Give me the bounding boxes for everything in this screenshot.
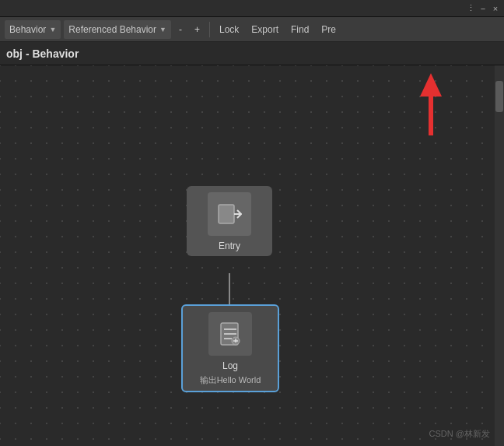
scrollbar-thumb[interactable]: [495, 81, 503, 112]
plus-button[interactable]: +: [190, 20, 205, 39]
arrow-shaft-icon: [429, 97, 433, 135]
behavior-dropdown[interactable]: Behavior ▼: [5, 20, 61, 39]
canvas-area[interactable]: Entry Log 输出Hello World CSDN @林新发: [0, 65, 504, 446]
log-node-icon-box: [208, 312, 252, 356]
ref-behavior-dropdown[interactable]: Referenced Behavior ▼: [64, 20, 171, 39]
title-bar: ⋮ − ×: [0, 0, 504, 17]
ref-behavior-arrow-icon: ▼: [159, 26, 166, 33]
minimize-button[interactable]: −: [478, 3, 488, 14]
pre-button[interactable]: Pre: [317, 20, 341, 39]
export-button[interactable]: Export: [247, 20, 283, 39]
behavior-arrow-icon: ▼: [49, 26, 56, 33]
log-node-sublabel: 输出Hello World: [200, 374, 261, 386]
behavior-label: Behavior: [9, 24, 46, 35]
more-button[interactable]: ⋮: [465, 3, 476, 14]
toolbar: Behavior ▼ Referenced Behavior ▼ - + Loc…: [0, 17, 504, 42]
separator-1: [209, 22, 210, 37]
lock-button[interactable]: Lock: [215, 20, 243, 39]
log-icon: [218, 321, 243, 346]
minus-button[interactable]: -: [174, 20, 187, 39]
subtitle-bar: obj - Behavior: [0, 42, 504, 65]
entry-node-label: Entry: [219, 241, 240, 251]
scrollbar-right[interactable]: [495, 65, 504, 446]
find-button[interactable]: Find: [286, 20, 313, 39]
page-title: obj - Behavior: [6, 47, 79, 60]
ref-behavior-label: Referenced Behavior: [68, 24, 156, 35]
watermark: CSDN @林新发: [429, 428, 490, 440]
arrow-head-icon: [420, 73, 442, 97]
log-node-label: Log: [222, 360, 238, 371]
entry-icon: [217, 202, 242, 227]
entry-node-icon-box: [208, 192, 251, 236]
entry-node[interactable]: Entry: [187, 186, 272, 256]
svg-rect-0: [219, 205, 234, 223]
log-node[interactable]: Log 输出Hello World: [181, 304, 279, 392]
arrow-annotation: [420, 73, 442, 135]
connector-line: [229, 273, 230, 304]
close-button[interactable]: ×: [490, 3, 501, 14]
